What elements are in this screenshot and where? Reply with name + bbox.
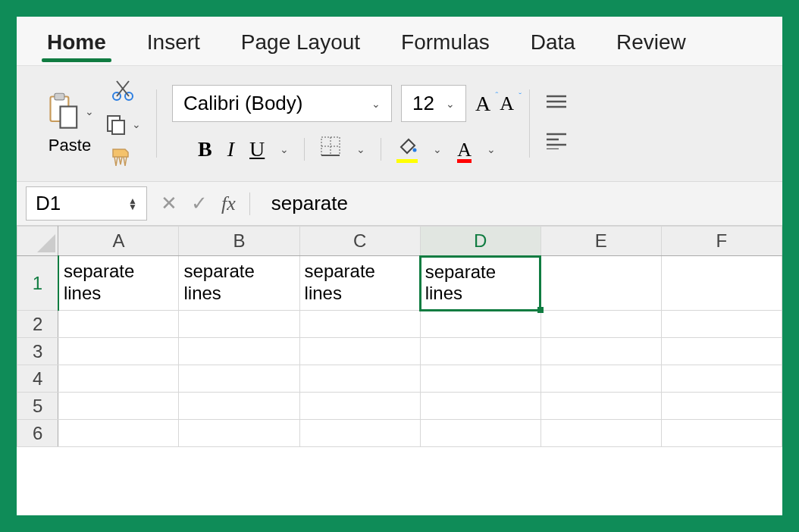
column-header-C[interactable]: C xyxy=(299,227,420,256)
italic-button[interactable]: I xyxy=(227,137,234,161)
cell-F4[interactable] xyxy=(661,365,782,393)
cell-A5[interactable] xyxy=(58,393,179,420)
row-header-2[interactable]: 2 xyxy=(17,311,58,338)
cell-C4[interactable] xyxy=(299,365,420,393)
cell-F2[interactable] xyxy=(661,311,782,338)
cell-D4[interactable] xyxy=(420,365,540,393)
font-size-select[interactable]: 12 ⌄ xyxy=(401,85,466,122)
borders-icon xyxy=(320,136,341,157)
fill-color-button[interactable] xyxy=(396,136,418,161)
select-all-corner[interactable] xyxy=(17,227,58,256)
chevron-down-icon[interactable]: ⌄ xyxy=(487,143,496,155)
chevron-down-icon: ⌄ xyxy=(446,98,455,110)
font-color-button[interactable]: A xyxy=(457,137,472,161)
cell-E6[interactable] xyxy=(540,420,661,447)
font-size-value: 12 xyxy=(412,92,434,115)
cell-F1[interactable] xyxy=(661,256,782,311)
cell-B1[interactable]: separate lines xyxy=(179,256,299,311)
cell-B3[interactable] xyxy=(179,338,299,365)
cell-B5[interactable] xyxy=(179,393,299,420)
caret-down-icon: ˇ xyxy=(519,91,522,100)
cell-C6[interactable] xyxy=(299,420,420,447)
paste-button[interactable]: ⌄ Paste xyxy=(45,92,94,155)
cell-B4[interactable] xyxy=(179,365,299,393)
fx-label[interactable]: fx xyxy=(221,192,236,215)
alignment-group xyxy=(530,95,583,152)
column-header-D[interactable]: D xyxy=(420,227,540,256)
accept-formula-button[interactable]: ✓ xyxy=(191,192,208,215)
font-color-icon: A xyxy=(457,139,472,161)
svg-point-13 xyxy=(413,149,417,152)
cell-D2[interactable] xyxy=(420,311,540,338)
chevron-down-icon[interactable]: ⌄ xyxy=(433,143,442,155)
align-top-button[interactable] xyxy=(545,95,568,114)
cell-D3[interactable] xyxy=(420,338,540,365)
cell-C5[interactable] xyxy=(299,393,420,420)
spreadsheet-grid[interactable]: A B C D E F 1 separate lines separate li… xyxy=(17,226,782,515)
cell-C2[interactable] xyxy=(299,311,420,338)
cell-E5[interactable] xyxy=(540,393,661,420)
tab-insert[interactable]: Insert xyxy=(130,24,217,65)
cell-D5[interactable] xyxy=(420,393,540,420)
font-name-select[interactable]: Calibri (Body) ⌄ xyxy=(172,85,392,122)
cell-C3[interactable] xyxy=(299,338,420,365)
cell-D6[interactable] xyxy=(420,420,540,447)
format-painter-button[interactable] xyxy=(110,146,136,169)
row-header-3[interactable]: 3 xyxy=(17,338,58,365)
underline-button[interactable]: U xyxy=(249,137,265,161)
font-color-swatch xyxy=(457,159,472,163)
tab-review[interactable]: Review xyxy=(600,24,703,65)
cell-E2[interactable] xyxy=(540,311,661,338)
cell-F6[interactable] xyxy=(661,420,782,447)
svg-rect-8 xyxy=(112,120,124,134)
cell-A6[interactable] xyxy=(58,420,179,447)
clipboard-group: ⌄ Paste ⌄ xyxy=(30,78,156,169)
copy-button[interactable]: ⌄ xyxy=(105,113,141,136)
cell-E4[interactable] xyxy=(540,365,661,393)
chevron-down-icon[interactable]: ⌄ xyxy=(356,143,365,155)
column-header-E[interactable]: E xyxy=(540,227,661,256)
increase-font-button[interactable]: Aˆ xyxy=(475,92,490,116)
row-header-6[interactable]: 6 xyxy=(17,420,58,447)
ribbon-tabs: Home Insert Page Layout Formulas Data Re… xyxy=(17,17,782,66)
cell-C1[interactable]: separate lines xyxy=(299,256,420,311)
stepper-icon[interactable]: ▲▼ xyxy=(128,198,137,210)
align-left-button[interactable] xyxy=(545,133,568,152)
row-header-1[interactable]: 1 xyxy=(17,256,58,311)
caret-up-icon: ˆ xyxy=(496,90,499,99)
align-top-icon xyxy=(545,95,568,111)
paint-bucket-icon xyxy=(396,136,418,156)
cell-A2[interactable] xyxy=(58,311,179,338)
font-group: Calibri (Body) ⌄ 12 ⌄ Aˆ Aˇ B I U ⌄ xyxy=(157,85,529,162)
formula-input[interactable]: separate xyxy=(264,192,773,215)
borders-button[interactable] xyxy=(320,136,341,162)
column-header-F[interactable]: F xyxy=(661,227,782,256)
bold-button[interactable]: B xyxy=(198,137,212,161)
cell-A3[interactable] xyxy=(58,338,179,365)
row-header-4[interactable]: 4 xyxy=(17,365,58,393)
cut-button[interactable] xyxy=(111,78,135,102)
column-header-A[interactable]: A xyxy=(58,227,179,256)
row-header-5[interactable]: 5 xyxy=(17,393,58,420)
tab-formulas[interactable]: Formulas xyxy=(384,24,506,65)
tab-home[interactable]: Home xyxy=(30,24,123,65)
cell-A4[interactable] xyxy=(58,365,179,393)
cell-A1[interactable]: separate lines xyxy=(58,256,179,311)
cell-F3[interactable] xyxy=(661,338,782,365)
tab-page-layout[interactable]: Page Layout xyxy=(224,24,377,65)
name-box[interactable]: D1 ▲▼ xyxy=(26,186,147,221)
paste-label: Paste xyxy=(49,136,91,155)
cell-E3[interactable] xyxy=(540,338,661,365)
cell-B6[interactable] xyxy=(179,420,299,447)
cell-B2[interactable] xyxy=(179,311,299,338)
fill-handle[interactable] xyxy=(537,307,544,313)
cell-E1[interactable] xyxy=(540,256,661,311)
cell-D1[interactable]: separate lines xyxy=(420,256,540,311)
cell-F5[interactable] xyxy=(661,393,782,420)
copy-icon xyxy=(105,113,127,136)
chevron-down-icon[interactable]: ⌄ xyxy=(280,143,289,155)
decrease-font-button[interactable]: Aˇ xyxy=(500,92,514,115)
cancel-formula-button[interactable]: ✕ xyxy=(161,192,177,215)
tab-data[interactable]: Data xyxy=(514,24,592,65)
column-header-B[interactable]: B xyxy=(179,227,299,256)
